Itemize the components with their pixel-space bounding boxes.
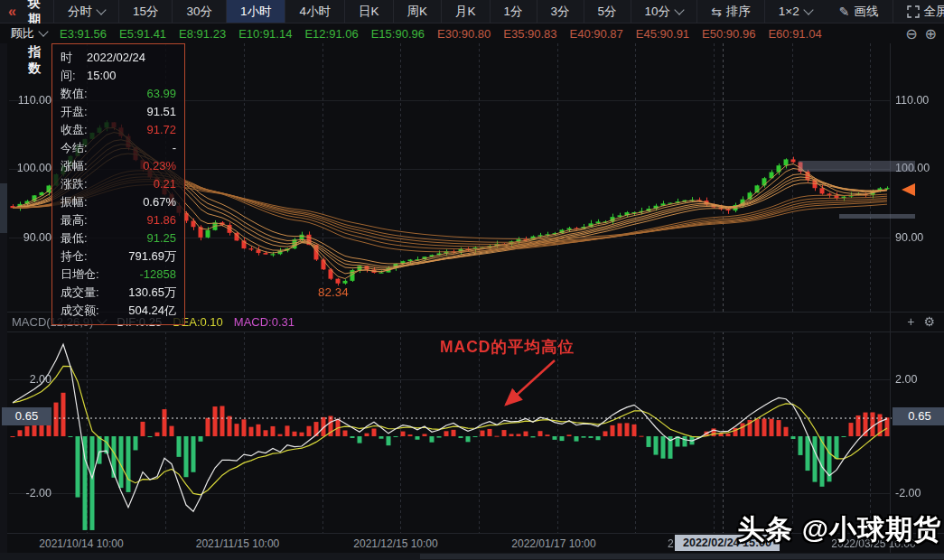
bottom-scroll-thumb[interactable] [420,554,944,559]
last-price-arrow-icon [902,183,915,196]
tooltip-label: 涨幅: [61,157,88,175]
fullscreen-icon [907,5,920,18]
zoom-in-icon[interactable]: ⊕ [925,25,937,42]
ema-value: E3:91.56 [60,27,107,41]
left-scroll-track [0,43,7,553]
back-chevrons-icon[interactable]: « [0,0,24,23]
timeframe-label: 15分 [133,4,159,20]
instrument-title: 化工板块期货指数 [24,0,53,23]
timeframe-30min[interactable]: 30分 [172,0,226,23]
ema-value: E40:90.87 [570,27,623,41]
ema-value: E5:91.41 [119,27,166,41]
price-zone-marker [799,161,915,172]
tooltip-row: 日增仓:-12858 [61,266,176,284]
tooltip-row: 数值:63.99 [61,85,176,103]
layout-1x2-dropdown[interactable]: 1×2 [764,0,826,23]
tooltip-row: 成交量:130.65万 [61,284,176,302]
timeframe-label: 10分 [645,4,671,20]
ema-value: E12:91.06 [304,27,358,41]
tooltip-row: 最高:91.86 [61,211,176,229]
tooltip-value: 0.23% [143,157,176,175]
ema-value: E45:90.91 [636,27,689,41]
timeframe-minute-dropdown[interactable]: 分时 [53,0,118,23]
watermark: 头条 @小球期货 [737,511,941,548]
timeframe-label: 30分 [186,4,212,20]
tooltip-value: 91.86 [146,211,176,229]
price-tick-right: 110.00 [895,94,944,107]
timeframe-weekly[interactable]: 周K [393,0,442,23]
tooltip-row: 持仓:791.69万 [61,247,176,266]
x-axis-label: 2021/11/15 10:00 [196,537,280,550]
ema-value: E35:90.83 [503,27,556,41]
timeframe-1hour-selected[interactable]: 1小时 [226,0,285,23]
tooltip-label: 成交量: [61,284,99,302]
tooltip-label: 数值: [61,85,88,103]
macd-crosshair-badge-right: 0.65 [893,407,944,425]
ema-value: E8:91.23 [179,27,226,41]
fullscreen-label: 全屏 [924,4,944,20]
pencil-icon: ✎ [839,5,850,19]
tooltip-value: 0.67% [143,193,176,211]
indicator-selector[interactable]: 顾比 [11,25,47,42]
timeframe-3min[interactable]: 3分 [537,0,584,23]
timeframe-daily[interactable]: 日K [344,0,393,23]
timeframe-5min[interactable]: 5分 [584,0,631,23]
timeframe-10min-dropdown[interactable]: 10分 [631,0,697,23]
ema-value: E30:90.80 [437,27,491,41]
macd-value: MACD:0.31 [234,315,294,329]
timeframe-4hour[interactable]: 4小时 [285,0,344,23]
chevron-down-icon [674,5,684,14]
tooltip-value: 63.99 [146,85,176,103]
tooltip-label: 成交额: [61,302,99,320]
x-axis-label: 2021/12/15 10:00 [353,537,437,550]
tooltip-label: 持仓: [61,247,88,266]
macd-tick-right: -2.00 [895,487,944,499]
tooltip-label: 时间: [61,49,87,85]
chevron-down-icon [803,5,813,14]
tooltip-value: 504.24亿 [128,302,176,320]
sort-arrows-icon: ⇆ [711,5,722,19]
timeframe-label: 1分 [504,4,523,20]
indicator-name: 顾比 [11,25,34,42]
tooltip-label: 开盘: [61,103,88,121]
price-tick-left: 110.00 [9,94,51,107]
tooltip-row: 时间:2022/02/24 15:00 [61,49,176,85]
macd-chart-canvas[interactable] [0,331,944,533]
timeframe-label: 5分 [598,4,617,20]
tooltip-value: 130.65万 [128,284,176,302]
sort-label: 排序 [726,4,751,20]
tooltip-value: 791.69万 [128,247,176,266]
chevron-down-icon [38,26,48,36]
ema-value: E50:90.96 [702,27,755,41]
sort-button[interactable]: ⇆排序 [696,0,764,23]
timeframe-label: 周K [407,4,428,20]
timeframe-15min[interactable]: 15分 [118,0,173,23]
price-tick-right: 90.00 [895,231,944,244]
draw-label: 画线 [855,4,879,20]
tooltip-value: 91.72 [146,121,176,139]
toolbar-right-group: ✎画线 全屏 « 展 [826,0,944,23]
macd-tick-left: 2.00 [9,373,51,386]
tooltip-label: 今结: [61,139,88,157]
tooltip-row: 成交额:504.24亿 [61,302,176,320]
zoom-controls: ⊖ ⊕ [905,25,937,42]
tooltip-label: 日增仓: [61,266,99,284]
x-axis-label: 2022/01/17 10:00 [511,537,595,550]
timeframe-label: 日K [359,4,379,20]
tooltip-value: - [173,139,176,157]
gear-icon[interactable]: ⚙ [923,314,935,329]
tooltip-label: 振幅: [61,193,88,211]
add-indicator-icon[interactable]: + [907,314,914,329]
left-scroll-thumb[interactable] [0,183,7,233]
zoom-out-icon[interactable]: ⊖ [905,25,917,42]
timeframe-label: 3分 [551,4,570,20]
price-tick-left: 100.00 [9,162,51,174]
ema-value: E15:90.96 [371,27,425,41]
draw-line-button[interactable]: ✎画线 [826,0,893,23]
trading-app-window: « 化工板块期货指数 分时 15分 30分 1小时 4小时 日K 周K 月K 1… [0,0,944,560]
tooltip-row: 涨幅:0.23% [61,157,176,175]
timeframe-monthly[interactable]: 月K [441,0,490,23]
tooltip-row: 今结:- [61,139,176,157]
timeframe-1min[interactable]: 1分 [490,0,537,23]
fullscreen-button[interactable]: 全屏 [893,0,944,23]
